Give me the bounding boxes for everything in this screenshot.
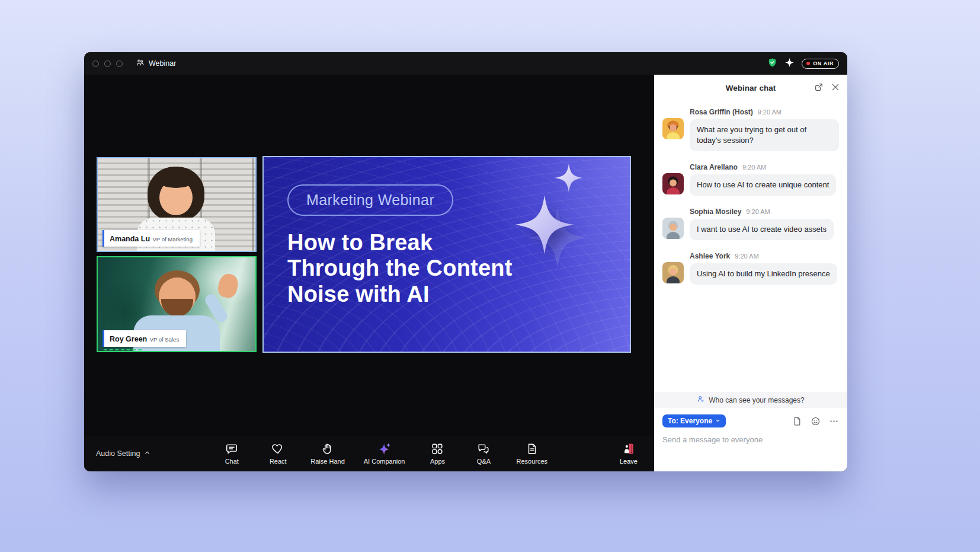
message-author: Ashlee York (690, 252, 730, 260)
ticker-dashes (104, 349, 142, 350)
titlebar-right: ON AIR (767, 58, 839, 70)
message-input[interactable] (662, 435, 839, 471)
ai-sparkle-icon (378, 442, 391, 455)
leave-label: Leave (620, 458, 638, 465)
message-time: 9:20 AM (735, 253, 758, 260)
nametag-roy: Roy Green VP of Sales (103, 330, 186, 347)
window-close-button[interactable] (92, 60, 99, 67)
message-time: 9:20 AM (758, 109, 782, 116)
meeting-toolbar: Audio Setting Chat (84, 436, 654, 471)
resources-icon (526, 442, 539, 455)
apps-button[interactable]: Apps (424, 442, 451, 465)
participant-name: Amanda Lu (110, 235, 150, 243)
webinar-window: Webinar ON AIR (84, 52, 847, 471)
participant-role: VP of Marketing (153, 236, 193, 243)
on-air-badge: ON AIR (802, 59, 839, 69)
message-time: 9:20 AM (742, 164, 766, 171)
main-area: Amanda Lu VP of Marketing Roy Green VP o… (84, 75, 654, 471)
to-everyone-selector[interactable]: To: Everyone (662, 414, 726, 427)
avatar-rosa (662, 118, 684, 139)
heart-icon (271, 442, 284, 455)
participant-role: VP of Sales (150, 336, 179, 343)
resources-label: Resources (516, 458, 547, 465)
video-tile-roy: Roy Green VP of Sales (97, 256, 257, 352)
security-shield-icon[interactable] (767, 58, 777, 70)
close-icon[interactable] (831, 82, 840, 92)
message-bubble: Using AI to build my LinkedIn presence (690, 263, 837, 285)
window-zoom-button[interactable] (116, 60, 123, 67)
qa-button[interactable]: Q&A (470, 442, 497, 465)
message-bubble: What are you trying to get out of today'… (690, 119, 839, 151)
attach-file-icon[interactable] (792, 416, 802, 426)
emoji-icon[interactable] (811, 416, 821, 426)
leave-button[interactable]: Leave (615, 442, 642, 465)
raise-hand-icon (321, 442, 334, 455)
app-title: Webinar (136, 58, 176, 69)
app-title-label: Webinar (149, 59, 176, 68)
audio-setting-button[interactable]: Audio Setting (96, 449, 150, 458)
audio-setting-label: Audio Setting (96, 449, 140, 458)
ai-companion-button[interactable]: AI Companion (364, 442, 405, 465)
video-stage: Amanda Lu VP of Marketing Roy Green VP o… (84, 75, 654, 436)
qa-label: Q&A (477, 458, 491, 465)
message-author: Clara Arellano (690, 163, 738, 171)
to-selector-label: To: Everyone (668, 417, 712, 425)
video-tile-amanda: Amanda Lu VP of Marketing (97, 157, 257, 252)
chat-header: Webinar chat (654, 75, 847, 102)
sparkle-shape-large (514, 194, 575, 256)
ai-companion-label: AI Companion (364, 458, 405, 465)
message-author: Sophia Mosiley (690, 208, 741, 216)
chevron-up-icon (144, 449, 150, 458)
participant-name: Roy Green (110, 335, 147, 343)
ai-companion-status-icon[interactable] (784, 58, 795, 70)
avatar-ashlee (662, 262, 684, 283)
avatar-sophia (662, 218, 684, 239)
chat-message: Sophia Mosiley 9:20 AM I want to use AI … (662, 208, 839, 240)
on-air-label: ON AIR (813, 60, 834, 66)
chat-message: Clara Arellano 9:20 AM How to use AI to … (662, 163, 839, 196)
message-bubble: How to use AI to create unique content (690, 174, 836, 196)
visibility-note-label: Who can see your messages? (709, 396, 804, 404)
person-check-icon (697, 395, 705, 405)
compose-icons (792, 416, 839, 426)
more-options-icon[interactable] (829, 416, 839, 426)
react-button[interactable]: React (264, 442, 292, 465)
react-label: React (270, 458, 287, 465)
message-time: 9:20 AM (746, 208, 770, 215)
titlebar: Webinar ON AIR (84, 52, 847, 75)
chat-button[interactable]: Chat (218, 442, 245, 465)
message-visibility-note[interactable]: Who can see your messages? (654, 392, 847, 408)
chevron-down-icon (715, 417, 720, 425)
chat-footer: Who can see your messages? To: Everyone (654, 392, 847, 471)
desktop-background: Webinar ON AIR (0, 0, 980, 552)
leave-door-icon (622, 442, 635, 455)
chat-label: Chat (225, 458, 239, 465)
presentation-slide: Marketing Webinar How to Break Through t… (262, 156, 631, 353)
chat-message: Ashlee York 9:20 AM Using AI to build my… (662, 252, 839, 285)
pop-out-icon[interactable] (814, 82, 824, 92)
chat-panel: Webinar chat (654, 75, 847, 471)
raise-hand-button[interactable]: Raise Hand (310, 442, 344, 465)
nametag-amanda: Amanda Lu VP of Marketing (103, 230, 200, 247)
message-bubble: I want to use AI to create video assets (690, 219, 834, 240)
apps-icon (431, 442, 444, 455)
resources-button[interactable]: Resources (516, 442, 547, 465)
chat-header-icons (814, 82, 840, 92)
window-controls (92, 60, 123, 67)
qa-icon (477, 442, 490, 455)
slide-tag: Marketing Webinar (287, 184, 453, 216)
sparkle-shape-small (554, 163, 584, 193)
chat-icon (225, 442, 238, 455)
chat-message: Rosa Griffin (Host) 9:20 AM What are you… (662, 108, 839, 151)
toolbar-center: Chat React (150, 442, 615, 465)
slide-heading-line: Noise with AI (287, 282, 630, 307)
on-air-dot (806, 62, 810, 65)
chat-message-list: Rosa Griffin (Host) 9:20 AM What are you… (654, 102, 847, 392)
webinar-people-icon (136, 58, 145, 69)
compose-area: To: Everyone (654, 408, 847, 471)
raise-hand-label: Raise Hand (310, 458, 344, 465)
window-minimize-button[interactable] (104, 60, 111, 67)
avatar-clara (662, 173, 684, 194)
apps-label: Apps (430, 458, 445, 465)
message-author: Rosa Griffin (Host) (690, 108, 753, 116)
